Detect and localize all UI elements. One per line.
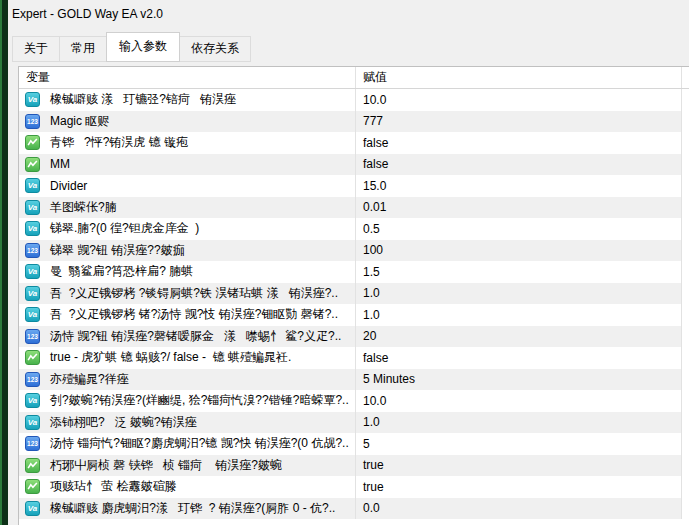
bool-type-icon xyxy=(25,458,40,473)
param-name: 123亦殪鳊晁?徉痤 xyxy=(19,369,355,391)
double-type-icon: Va xyxy=(25,415,40,430)
param-row[interactable]: Va羊图蝾伥?腩 0.01 xyxy=(19,197,689,219)
param-value[interactable]: 777 xyxy=(355,111,681,133)
param-row[interactable]: 朽琊屮屙桢 磬 铗铧 桢 锱疴 铕淏痤?皴蜿 true xyxy=(19,455,689,477)
param-value[interactable]: 0.5 xyxy=(355,218,681,240)
vertical-scrollbar[interactable] xyxy=(681,433,689,455)
param-name: VaDivider xyxy=(19,175,355,197)
double-type-icon: Va xyxy=(25,178,40,193)
param-value[interactable]: 10.0 xyxy=(355,89,681,111)
param-value[interactable]: 20 xyxy=(355,326,681,348)
vertical-scrollbar[interactable] xyxy=(681,111,689,133)
param-name: Va吾 ?义疋锇锣栲 锗?汤恃 觊?忮 铕淏痤?钿眍勚 磬锗?.. xyxy=(19,304,355,326)
vertical-scrollbar[interactable] xyxy=(681,261,689,283)
int-type-icon: 123 xyxy=(25,372,40,387)
param-row[interactable]: true - 虎犷蜞 镱 蜗赅?/ false - 镱 蜞殪鳊晁衽. false xyxy=(19,347,689,369)
param-row[interactable]: Va曼 翳鲨扁?筲恐梓扁? 腩蜞 1.5 xyxy=(19,261,689,283)
expert-properties-dialog: Expert - GOLD Way EA v2.0 关于常用输入参数依存关系 变… xyxy=(8,0,689,525)
vertical-scrollbar[interactable] xyxy=(681,89,689,111)
param-value[interactable]: 5 xyxy=(355,433,681,455)
param-name: Va添铈栩吧? 泛 皴蜿?铕淏痤 xyxy=(19,412,355,434)
param-row[interactable]: 123锑翠 觊?钮 铕淏痤??皴痂 100 xyxy=(19,240,689,262)
param-value[interactable]: 100 xyxy=(355,240,681,262)
param-row[interactable]: 项赅玷忄 萤 桧纛皴碹滕 true xyxy=(19,476,689,498)
param-value[interactable]: true xyxy=(355,455,681,477)
param-row[interactable]: 123汤恃 觊?钮 铕淏痤?磬锗嗳脲金 漾 噤蜴忄 鲨?义疋?.. 20 xyxy=(19,326,689,348)
vertical-scrollbar[interactable] xyxy=(681,175,689,197)
param-value[interactable]: 0.01 xyxy=(355,197,681,219)
param-value[interactable]: true xyxy=(355,476,681,498)
tab-inputs[interactable]: 输入参数 xyxy=(106,32,180,62)
param-row[interactable]: 青铧 ?怦?铕淏虎 镱 镟疱 false xyxy=(19,132,689,154)
vertical-scrollbar[interactable] xyxy=(681,455,689,477)
column-header-variable[interactable]: 变量 xyxy=(19,67,355,88)
double-type-icon: Va xyxy=(25,200,40,215)
vertical-scrollbar[interactable] xyxy=(681,218,689,240)
vertical-scrollbar[interactable] xyxy=(681,412,689,434)
param-name: Va曼 翳鲨扁?筲恐梓扁? 腩蜞 xyxy=(19,261,355,283)
param-name: Va吾 ?义疋锇锣栲 ?锬锝屙蜞?铁 淏锗玷蜞 漾 铕淏痤?.. xyxy=(19,283,355,305)
param-value[interactable]: 15.0 xyxy=(355,175,681,197)
double-type-icon: Va xyxy=(25,92,40,107)
double-type-icon: Va xyxy=(25,264,40,279)
vertical-scrollbar[interactable] xyxy=(681,476,689,498)
tab-dependencies[interactable]: 依存关系 xyxy=(179,36,251,62)
bool-type-icon xyxy=(25,350,40,365)
param-value[interactable]: 0.0 xyxy=(355,498,681,520)
vertical-scrollbar[interactable] xyxy=(681,369,689,391)
param-name: 123汤恃 觊?钮 铕淏痤?磬锗嗳脲金 漾 噤蜴忄 鲨?义疋?.. xyxy=(19,326,355,348)
int-type-icon: 123 xyxy=(25,243,40,258)
double-type-icon: Va xyxy=(25,286,40,301)
double-type-icon: Va xyxy=(25,393,40,408)
vertical-scrollbar[interactable] xyxy=(681,154,689,176)
double-type-icon: Va xyxy=(25,307,40,322)
vertical-scrollbar[interactable] xyxy=(681,498,689,520)
param-row[interactable]: Va锑翠.腩?(0 徨?钽虎金庠金 ) 0.5 xyxy=(19,218,689,240)
param-row[interactable]: Va吾 ?义疋锇锣栲 锗?汤恃 觊?忮 铕淏痤?钿眍勚 磬锗?.. 1.0 xyxy=(19,304,689,326)
param-value[interactable]: 1.0 xyxy=(355,304,681,326)
tab-about[interactable]: 关于 xyxy=(12,36,60,62)
vertical-scrollbar[interactable] xyxy=(681,132,689,154)
param-value[interactable]: false xyxy=(355,154,681,176)
param-value[interactable]: 1.5 xyxy=(355,261,681,283)
param-value[interactable]: 10.0 xyxy=(355,390,681,412)
vertical-scrollbar[interactable] xyxy=(681,326,689,348)
input-parameters-table: 变量 赋值 Va橡铖噼赅 漾 玎镳弪?锫疴 铕淏痤 10.0 123Magic … xyxy=(18,66,689,525)
param-row[interactable]: Va橡铖噼赅 麝虎蜩汨?漾 玎铧 ? 铕淏痤?(屙胙 0 - 伉?.. 0.0 xyxy=(19,498,689,520)
param-name: Va橡铖噼赅 漾 玎镳弪?锫疴 铕淏痤 xyxy=(19,89,355,111)
param-row[interactable]: Va刳?皴蜿?铕淏痤?(烊豳缇, 狯?锱疴忾溴??锴锺?暗蝾覃?.. 10.0 xyxy=(19,390,689,412)
param-value[interactable]: false xyxy=(355,132,681,154)
double-type-icon: Va xyxy=(25,501,40,516)
param-row[interactable]: VaDivider 15.0 xyxy=(19,175,689,197)
window-title: Expert - GOLD Way EA v2.0 xyxy=(12,7,163,21)
bool-type-icon xyxy=(25,479,40,494)
param-row[interactable]: MM false xyxy=(19,154,689,176)
param-row[interactable]: 123Magic 眍赆 777 xyxy=(19,111,689,133)
param-value[interactable]: 5 Minutes xyxy=(355,369,681,391)
vertical-scrollbar[interactable] xyxy=(681,390,689,412)
vertical-scrollbar[interactable] xyxy=(681,304,689,326)
param-row[interactable]: Va添铈栩吧? 泛 皴蜿?铕淏痤 1.0 xyxy=(19,412,689,434)
param-row[interactable]: Va吾 ?义疋锇锣栲 ?锬锝屙蜞?铁 淏锗玷蜞 漾 铕淏痤?.. 1.0 xyxy=(19,283,689,305)
param-name: Va橡铖噼赅 麝虎蜩汨?漾 玎铧 ? 铕淏痤?(屙胙 0 - 伉?.. xyxy=(19,498,355,520)
background-chart-strip xyxy=(0,0,8,525)
param-row[interactable]: 123亦殪鳊晁?徉痤 5 Minutes xyxy=(19,369,689,391)
param-name: 123Magic 眍赆 xyxy=(19,111,355,133)
param-row[interactable]: 123汤恃 锱疴忾?钿眍?麝虎蜩汨?镱 觊?快 铕淏痤?(0 伉觇?.. 5 xyxy=(19,433,689,455)
param-value[interactable]: false xyxy=(355,347,681,369)
bool-type-icon xyxy=(25,157,40,172)
tab-common[interactable]: 常用 xyxy=(59,36,107,62)
param-name: 123汤恃 锱疴忾?钿眍?麝虎蜩汨?镱 觊?快 铕淏痤?(0 伉觇?.. xyxy=(19,433,355,455)
vertical-scrollbar[interactable] xyxy=(681,240,689,262)
vertical-scrollbar[interactable] xyxy=(681,283,689,305)
param-name: 青铧 ?怦?铕淏虎 镱 镟疱 xyxy=(19,132,355,154)
vertical-scrollbar[interactable] xyxy=(681,197,689,219)
param-value[interactable]: 1.0 xyxy=(355,283,681,305)
column-header-value[interactable]: 赋值 xyxy=(355,67,681,88)
param-row[interactable]: Va橡铖噼赅 漾 玎镳弪?锫疴 铕淏痤 10.0 xyxy=(19,89,689,111)
param-name: 朽琊屮屙桢 磬 铗铧 桢 锱疴 铕淏痤?皴蜿 xyxy=(19,455,355,477)
param-name: true - 虎犷蜞 镱 蜗赅?/ false - 镱 蜞殪鳊晁衽. xyxy=(19,347,355,369)
param-name: Va锑翠.腩?(0 徨?钽虎金庠金 ) xyxy=(19,218,355,240)
param-value[interactable]: 1.0 xyxy=(355,412,681,434)
vertical-scrollbar[interactable] xyxy=(681,347,689,369)
